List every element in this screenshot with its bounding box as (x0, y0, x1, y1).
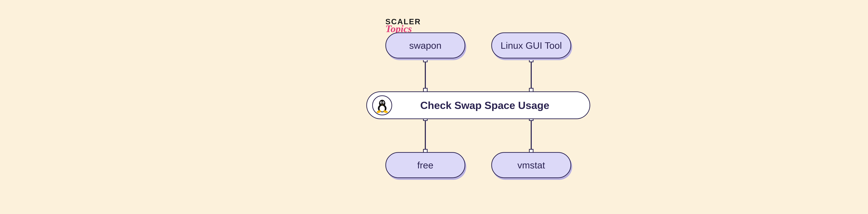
node-free: free (385, 152, 465, 178)
connector-line (425, 61, 426, 92)
node-label: Linux GUI Tool (500, 40, 562, 51)
connector-line (531, 61, 532, 92)
node-vmstat: vmstat (491, 152, 571, 178)
center-node-check-swap: Check Swap Space Usage (366, 92, 590, 119)
connector-line (425, 118, 426, 152)
center-label: Check Swap Space Usage (399, 99, 590, 111)
node-label: vmstat (517, 160, 545, 171)
swap-usage-diagram: swapon Linux GUI Tool free vmstat Check … (366, 22, 675, 192)
connector-line (531, 118, 532, 152)
node-swapon: swapon (385, 32, 465, 59)
svg-point-6 (383, 102, 383, 103)
tux-linux-icon (372, 95, 392, 115)
node-label: free (417, 160, 433, 171)
node-linux-gui-tool: Linux GUI Tool (491, 32, 571, 59)
svg-point-5 (381, 102, 381, 103)
node-label: swapon (409, 40, 441, 51)
